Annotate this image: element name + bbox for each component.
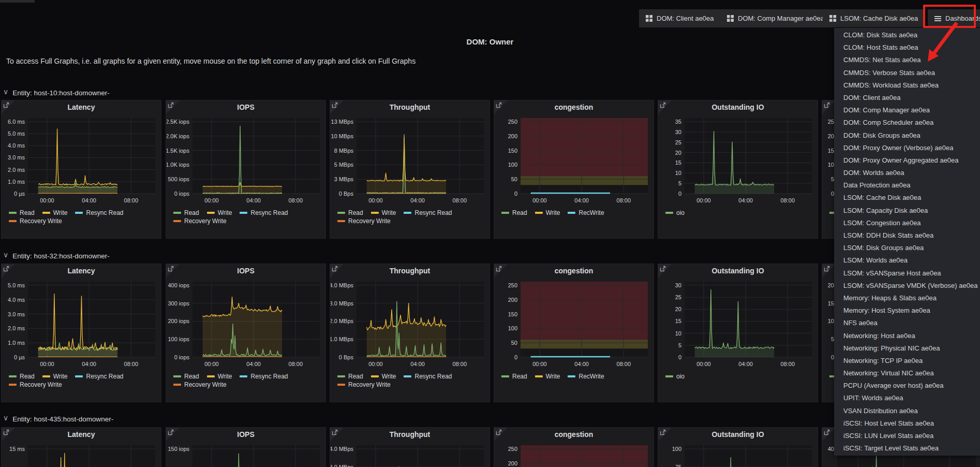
panel-title[interactable]: Latency <box>2 264 161 278</box>
dropdown-item-lsom-congestion-ae0ea[interactable]: LSOM: Congestion ae0ea <box>834 217 980 229</box>
legend-item-recovery-write[interactable]: Recovery Write <box>173 217 227 225</box>
panel-fullscreen-corner[interactable] <box>658 428 672 441</box>
legend-item-read[interactable]: Read <box>173 373 199 380</box>
dropdown-item-lsom-disk-groups-ae0ea[interactable]: LSOM: Disk Groups ae0ea <box>834 242 980 254</box>
panel-title[interactable]: Throughput <box>330 264 489 278</box>
dropdown-item-nfs-ae0ea[interactable]: NFS ae0ea <box>834 317 980 329</box>
legend-item-write[interactable]: Write <box>42 209 68 216</box>
dropdown-item-memory-heaps-slabs-ae0ea[interactable]: Memory: Heaps & Slabs ae0ea <box>834 292 980 304</box>
nav-button-dashboards[interactable]: Dashboards <box>928 9 980 27</box>
legend-item-recovery-write[interactable]: Recovery Write <box>173 381 227 388</box>
dropdown-item-data-protection-ae0ea[interactable]: Data Protection ae0ea <box>834 179 980 192</box>
panel-title[interactable]: congestion <box>494 264 654 278</box>
panel-title[interactable]: IOPS <box>166 100 325 114</box>
dropdown-item-dom-proxy-owner-aggregated-ae0ea[interactable]: DOM: Proxy Owner Aggregated ae0ea <box>834 154 980 167</box>
dropdown-item-networking-tcp-ip-ae0ea[interactable]: Networking: TCP IP ae0ea <box>834 355 980 367</box>
legend-item-read[interactable]: Read <box>173 209 199 216</box>
panel-title[interactable]: Outstanding IO <box>658 100 818 114</box>
panel-fullscreen-corner[interactable] <box>494 264 508 278</box>
dropdown-item-cmmds-verbose-stats-ae0ea[interactable]: CMMDS: Verbose Stats ae0ea <box>834 67 980 79</box>
legend-item-read[interactable]: Read <box>337 373 363 380</box>
legend-item-read[interactable]: Read <box>501 209 527 216</box>
panel-title[interactable]: congestion <box>494 100 654 114</box>
panel-fullscreen-corner[interactable] <box>166 428 180 441</box>
panel-fullscreen-corner[interactable] <box>166 100 180 114</box>
legend-item-write[interactable]: Write <box>535 373 560 380</box>
dropdown-item-dom-comp-manager-ae0ea[interactable]: DOM: Comp Manager ae0ea <box>834 104 980 116</box>
dropdown-item-networking-virtual-nic-ae0ea[interactable]: Networking: Virtual NIC ae0ea <box>834 367 980 380</box>
dropdown-item-lsom-ddh-disk-stats-ae0ea[interactable]: LSOM: DDH Disk Stats ae0ea <box>834 229 980 242</box>
dropdown-item-clom-disk-stats-ae0ea[interactable]: CLOM: Disk Stats ae0ea <box>834 29 980 41</box>
panel-fullscreen-corner[interactable] <box>330 428 344 441</box>
legend-item-read[interactable]: Read <box>501 373 527 380</box>
dropdown-item-networking-host-ae0ea[interactable]: Networking: Host ae0ea <box>834 330 980 342</box>
panel-title[interactable]: Outstanding IO <box>658 428 818 441</box>
legend-item-recwrite[interactable]: RecWrite <box>568 373 604 380</box>
legend-item-recovery-write[interactable]: Recovery Write <box>9 381 62 388</box>
dropdown-item-upit-worlds-ae0ea[interactable]: UPIT: Worlds ae0ea <box>834 392 980 404</box>
dropdown-item-iscsi-lun-level-stats-ae0ea[interactable]: iSCSI: LUN Level Stats ae0ea <box>834 430 980 442</box>
panel-fullscreen-corner[interactable] <box>2 428 15 441</box>
entity-row-header-0[interactable]: ∨Entity: host-10:host-domowner- <box>3 87 110 98</box>
panel-fullscreen-corner[interactable] <box>658 100 672 114</box>
legend-item-read[interactable]: Read <box>9 373 35 380</box>
panel-fullscreen-corner[interactable] <box>2 100 15 114</box>
nav-button-dom-client-ae0ea[interactable]: DOM: Client ae0ea <box>639 9 721 27</box>
legend-item-write[interactable]: Write <box>535 209 560 216</box>
panel-fullscreen-corner[interactable] <box>494 100 508 114</box>
legend-item-recovery-write[interactable]: Recovery Write <box>9 217 62 225</box>
dropdown-item-iscsi-host-level-stats-ae0ea[interactable]: iSCSI: Host Level Stats ae0ea <box>834 417 980 430</box>
panel-fullscreen-corner[interactable] <box>330 264 344 278</box>
panel-title[interactable]: Throughput <box>330 428 489 441</box>
legend-item-resync-read[interactable]: Resync Read <box>404 373 452 380</box>
panel-title[interactable]: Latency <box>2 100 161 114</box>
panel-fullscreen-corner[interactable] <box>166 264 180 278</box>
entity-row-header-2[interactable]: ∨Entity: host-435:host-domowner- <box>3 413 113 425</box>
panel-fullscreen-corner[interactable] <box>330 100 344 114</box>
legend-item-recovery-write[interactable]: Recovery Write <box>337 217 391 225</box>
legend-item-read[interactable]: Read <box>9 209 35 216</box>
dropdown-item-dom-proxy-owner-verbose-ae0ea[interactable]: DOM: Proxy Owner (Verbose) ae0ea <box>834 142 980 154</box>
dropdown-item-dom-comp-scheduler-ae0ea[interactable]: DOM: Comp Scheduler ae0ea <box>834 116 980 129</box>
dropdown-item-dom-disk-groups-ae0ea[interactable]: DOM: Disk Groups ae0ea <box>834 129 980 142</box>
legend-item-write[interactable]: Write <box>371 209 396 216</box>
legend-item-resync-read[interactable]: Resync Read <box>240 373 288 380</box>
dropdown-item-lsom-vsansparse-host-ae0ea[interactable]: LSOM: vSANSparse Host ae0ea <box>834 267 980 280</box>
dropdown-item-vsan-distribution-ae0ea[interactable]: VSAN Distribution ae0ea <box>834 405 980 417</box>
panel-title[interactable]: IOPS <box>166 428 325 441</box>
nav-button-lsom-cache-disk-ae0ea[interactable]: LSOM: Cache Disk ae0ea <box>823 9 925 27</box>
dropdown-item-cmmds-workload-stats-ae0ea[interactable]: CMMDS: Workload Stats ae0ea <box>834 79 980 92</box>
dropdown-item-memory-host-system-ae0ea[interactable]: Memory: Host System ae0ea <box>834 304 980 317</box>
panel-title[interactable]: IOPS <box>166 264 325 278</box>
legend-item-recovery-write[interactable]: Recovery Write <box>337 381 391 388</box>
dropdown-item-lsom-worlds-ae0ea[interactable]: LSOM: Worlds ae0ea <box>834 254 980 267</box>
legend-item-write[interactable]: Write <box>207 209 232 216</box>
dropdown-item-dom-worlds-ae0ea[interactable]: DOM: Worlds ae0ea <box>834 167 980 179</box>
legend-item-resync-read[interactable]: Resync Read <box>404 209 452 216</box>
dropdown-item-lsom-cache-disk-ae0ea[interactable]: LSOM: Cache Disk ae0ea <box>834 192 980 204</box>
legend-item-write[interactable]: Write <box>42 373 68 380</box>
dropdown-item-lsom-vsansparse-vmdk-verbose-ae0ea[interactable]: LSOM: vSANSparse VMDK (Verbose) ae0ea <box>834 280 980 292</box>
panel-title[interactable]: Latency <box>2 428 161 441</box>
legend-item-oio[interactable]: oio <box>665 373 685 380</box>
panel-fullscreen-corner[interactable] <box>494 428 508 441</box>
dropdown-item-clom-host-stats-ae0ea[interactable]: CLOM: Host Stats ae0ea <box>834 41 980 54</box>
legend-item-write[interactable]: Write <box>207 373 232 380</box>
legend-item-oio[interactable]: oio <box>665 209 685 216</box>
entity-row-header-1[interactable]: ∨Entity: host-32:host-domowner- <box>3 250 110 261</box>
dropdown-item-networking-physical-nic-ae0ea[interactable]: Networking: Physical NIC ae0ea <box>834 342 980 355</box>
nav-button-dom-comp-manager-ae0ea[interactable]: DOM: Comp Manager ae0ea <box>720 9 831 27</box>
dropdown-item-pcpu-average-over-host-ae0ea[interactable]: PCPU (Average over host) ae0ea <box>834 380 980 392</box>
legend-item-read[interactable]: Read <box>337 209 363 216</box>
panel-fullscreen-corner[interactable] <box>658 264 672 278</box>
dropdown-item-iscsi-target-level-stats-ae0ea[interactable]: iSCSI: Target Level Stats ae0ea <box>834 442 980 455</box>
panel-title[interactable]: Throughput <box>330 100 489 114</box>
panel-title[interactable]: congestion <box>494 428 654 441</box>
panel-title[interactable]: Outstanding IO <box>658 264 818 278</box>
dropdown-item-dom-client-ae0ea[interactable]: DOM: Client ae0ea <box>834 92 980 104</box>
legend-item-resync-read[interactable]: Resync Read <box>75 209 123 216</box>
dropdown-item-cmmds-net-stats-ae0ea[interactable]: CMMDS: Net Stats ae0ea <box>834 54 980 66</box>
dropdown-item-lsom-capacity-disk-ae0ea[interactable]: LSOM: Capacity Disk ae0ea <box>834 205 980 217</box>
legend-item-recwrite[interactable]: RecWrite <box>568 209 604 216</box>
legend-item-resync-read[interactable]: Resync Read <box>75 373 123 380</box>
